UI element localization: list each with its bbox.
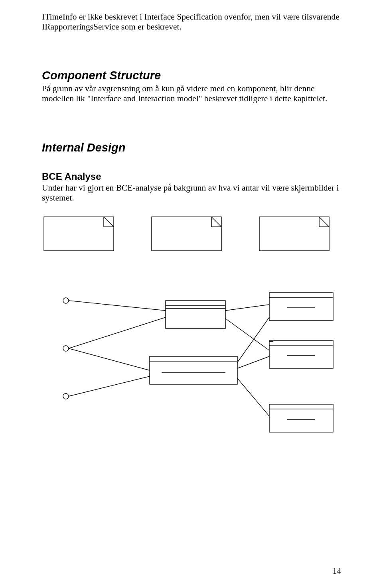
note-box-1: [44, 217, 114, 251]
paragraph-1: ITimeInfo er ikke beskrevet i Interface …: [42, 12, 341, 31]
bce-diagram-svg: [42, 213, 341, 460]
note-box-3: [259, 217, 329, 251]
connector: [69, 301, 166, 311]
spacer: [42, 156, 341, 161]
boundary-circle-2: [63, 346, 69, 351]
connector: [237, 356, 269, 368]
spacer: [42, 114, 341, 128]
document-page: ITimeInfo er ikke beskrevet i Interface …: [0, 0, 383, 588]
connector: [225, 319, 269, 350]
connector: [225, 305, 269, 311]
svg-rect-1: [152, 217, 221, 251]
connector: [69, 376, 150, 396]
heading-component-structure: Component Structure: [42, 69, 341, 82]
boundary-circle-3: [63, 393, 69, 399]
spacer: [42, 42, 341, 55]
entity-box-3: [269, 404, 333, 432]
connector: [69, 317, 166, 348]
note-box-2: [152, 217, 221, 251]
boundary-circle-1: [63, 298, 69, 303]
svg-rect-0: [44, 217, 114, 251]
svg-rect-12: [269, 340, 333, 368]
svg-rect-9: [269, 293, 333, 321]
heading-internal-design: Internal Design: [42, 141, 341, 154]
page-number: 14: [333, 566, 342, 576]
entity-box-2: [269, 340, 333, 368]
paragraph-2: På grunn av vår avgrensning om å kun gå …: [42, 84, 341, 103]
connector: [237, 378, 269, 416]
control-box-1: [166, 301, 225, 328]
svg-rect-16: [269, 404, 333, 432]
connector: [69, 348, 150, 370]
paragraph-3: Under har vi gjort en BCE-analyse på bak…: [42, 183, 341, 203]
bce-diagram: [42, 213, 341, 460]
connector: [237, 317, 269, 362]
heading-bce-analyse: BCE Analyse: [42, 171, 341, 182]
entity-box-1: [269, 293, 333, 321]
control-box-2: [150, 356, 237, 384]
svg-rect-2: [259, 217, 329, 251]
svg-rect-3: [166, 301, 225, 328]
svg-rect-6: [150, 356, 237, 384]
